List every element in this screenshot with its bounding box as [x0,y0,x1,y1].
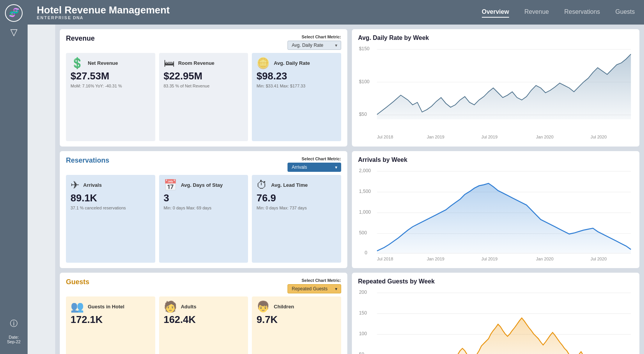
reservations-dropdown-wrap: Arrivals Avg. Days of Stay Avg. Lead Tim… [288,163,341,172]
svg-text:0: 0 [365,250,367,255]
revenue-title: Revenue [66,35,95,43]
guests-panel-header: Guests Select Chart Metric: Repeated Gue… [66,278,341,293]
avg-daily-rate-sub: Min: $33.41 Max: $177.33 [256,84,337,88]
svg-text:1,500: 1,500 [359,189,371,194]
adults-card: 🧑 Adults 162.4K [159,296,248,354]
adults-label: Adults [181,304,196,310]
svg-text:Jan 2019: Jan 2019 [427,135,445,139]
revenue-panel-header: Revenue Select Chart Metric: Avg. Daily … [66,35,341,50]
room-revenue-card: 🛏 Room Revenue $22.95M 83.35 % of Net Re… [159,53,248,141]
reservations-metric-dropdown[interactable]: Arrivals Avg. Days of Stay Avg. Lead Tim… [288,163,341,172]
svg-text:Jan 2019: Jan 2019 [427,257,445,261]
sidebar: 🧬 ▽ ⓘ Date: Sep-22 [0,0,28,354]
revenue-dropdown-wrap: Avg. Daily Rate Net Revenue Room Revenue… [288,41,341,50]
arrivals-top: ✈ Arrivals [71,179,151,191]
svg-text:500: 500 [359,230,367,235]
arrivals-card: ✈ Arrivals 89.1K 37.1 % canceled reserva… [66,175,155,263]
room-revenue-sub: 83.35 % of Net Revenue [164,84,244,88]
svg-text:Jul 2020: Jul 2020 [591,135,607,139]
reservations-title: Reservations [66,156,109,165]
arrivals-sub: 37.1 % canceled reservations [71,206,151,210]
room-revenue-top: 🛏 Room Revenue [164,57,244,69]
reservations-metric-selector: Select Chart Metric: Arrivals Avg. Days … [288,156,341,172]
revenue-metric-dropdown[interactable]: Avg. Daily Rate Net Revenue Room Revenue [288,41,341,50]
guests-metric-dropdown[interactable]: Repeated Guests Guests in Hotel Adults C… [288,284,341,293]
svg-text:Jul 2019: Jul 2019 [481,257,498,261]
children-label: Children [274,304,294,310]
svg-text:100: 100 [359,331,367,336]
svg-text:Jul 2018: Jul 2018 [377,135,393,139]
app-title: Hotel Revenue Management [37,5,170,16]
reservations-kpi-row: ✈ Arrivals 89.1K 37.1 % canceled reserva… [66,175,341,263]
avg-lead-card: ⏱ Avg. Lead Time 76.9 Min: 0 days Max: 7… [252,175,341,263]
svg-text:200: 200 [359,290,367,295]
arrivals-chart-area: 2,000 1,500 1,000 500 0 Jul 2018 Jan 201… [358,166,633,263]
children-icon: 👦 [256,300,270,313]
sidebar-bottom: ⓘ Date: Sep-22 [7,318,20,350]
nav-guests[interactable]: Guests [615,7,635,18]
avg-lead-value: 76.9 [256,192,337,204]
adults-value: 162.4K [164,314,244,326]
net-revenue-card: 💲 Net Revenue $27.53M MoM: 7.16% YoY: -4… [66,53,155,141]
svg-text:$100: $100 [359,79,370,84]
reservations-panel-header: Reservations Select Chart Metric: Arriva… [66,156,341,172]
children-card: 👦 Children 9.7K [252,296,341,354]
svg-text:Jul 2018: Jul 2018 [377,257,393,261]
svg-text:Jul 2019: Jul 2019 [481,135,498,139]
filter-icon[interactable]: ▽ [10,27,17,38]
guests-hotel-value: 172.1K [71,314,151,326]
room-revenue-value: $22.95M [164,70,244,82]
reservations-panel: Reservations Select Chart Metric: Arriva… [60,151,347,268]
revenue-panel: Revenue Select Chart Metric: Avg. Daily … [60,29,347,147]
svg-text:2,000: 2,000 [359,168,371,173]
net-revenue-label: Net Revenue [88,60,118,66]
avg-lead-label: Avg. Lead Time [271,182,307,188]
guests-chart-svg: 200 150 100 50 0 Jul 2018 Jan 2019 Jul 2… [358,288,633,354]
guests-metric-label: Select Chart Metric: [302,278,341,283]
nav-revenue[interactable]: Revenue [524,7,549,18]
main-nav: Overview Revenue Reservations Guests [482,7,635,18]
avg-days-top: 📅 Avg. Days of Stay [164,179,244,191]
net-revenue-icon: 💲 [71,57,84,69]
guests-hotel-card: 👥 Guests in Hotel 172.1K [66,296,155,354]
net-revenue-top: 💲 Net Revenue [71,57,151,69]
revenue-chart-panel: Avg. Daily Rate by Week $150 $100 $50 Ju… [352,29,639,147]
info-icon[interactable]: ⓘ [10,318,18,329]
nav-reservations[interactable]: Reservations [564,7,600,18]
guests-chart-area: 200 150 100 50 0 Jul 2018 Jan 2019 Jul 2… [358,288,633,354]
revenue-chart-title: Avg. Daily Rate by Week [358,35,633,41]
arrivals-icon: ✈ [71,179,79,191]
arrivals-chart-svg: 2,000 1,500 1,000 500 0 Jul 2018 Jan 201… [358,166,633,263]
children-value: 9.7K [256,314,337,326]
net-revenue-sub: MoM: 7.16% YoY: -40.31 % [71,84,151,88]
avg-days-icon: 📅 [164,179,177,191]
net-revenue-value: $27.53M [71,70,151,82]
svg-text:$150: $150 [359,46,370,51]
svg-text:50: 50 [359,352,364,354]
nav-overview[interactable]: Overview [482,7,509,18]
avg-daily-rate-top: 🪙 Avg. Daily Rate [256,57,337,69]
revenue-chart-area: $150 $100 $50 Jul 2018 Jan 2019 Jul 2019… [358,44,633,141]
guests-hotel-label: Guests in Hotel [88,304,124,310]
adults-icon: 🧑 [164,300,177,313]
arrivals-chart-panel: Arrivals by Week 2,000 1,500 1,000 500 0… [352,151,639,268]
svg-text:1,000: 1,000 [359,209,371,215]
guests-chart-panel: Repeated Guests by Week 200 150 100 50 0… [352,273,639,354]
logo: 🧬 [5,4,23,24]
adults-top: 🧑 Adults [164,300,244,313]
header-title: Hotel Revenue Management ENTERPRISE DNA [37,5,170,20]
guests-hotel-icon: 👥 [71,300,84,313]
svg-text:Jan 2020: Jan 2020 [536,257,554,261]
children-top: 👦 Children [256,300,337,313]
svg-text:🧬: 🧬 [9,7,20,18]
avg-days-value: 3 [164,192,244,204]
svg-text:Jul 2020: Jul 2020 [591,257,607,261]
avg-daily-rate-label: Avg. Daily Rate [274,60,310,66]
avg-daily-rate-card: 🪙 Avg. Daily Rate $98.23 Min: $33.41 Max… [252,53,341,141]
arrivals-value: 89.1K [71,192,151,204]
revenue-chart-svg: $150 $100 $50 Jul 2018 Jan 2019 Jul 2019… [358,44,633,141]
avg-lead-top: ⏱ Avg. Lead Time [256,179,337,191]
reservations-metric-label: Select Chart Metric: [302,156,341,161]
arrivals-label: Arrivals [83,182,102,188]
svg-text:150: 150 [359,310,367,316]
